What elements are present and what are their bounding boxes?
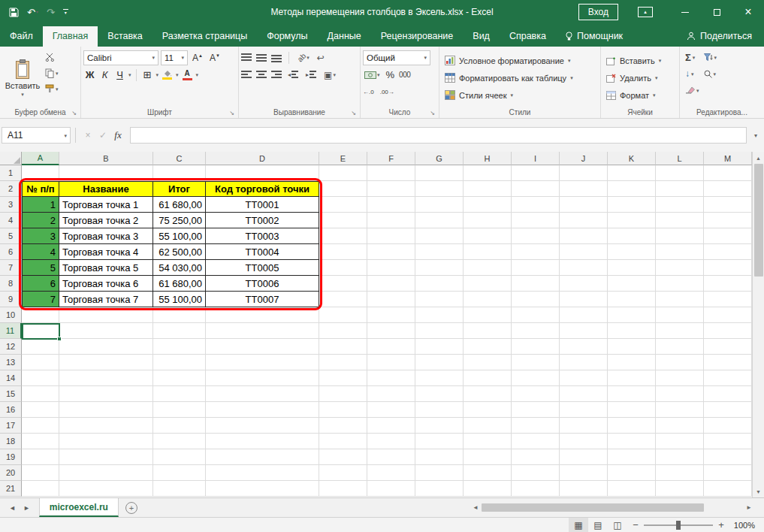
cell-M8[interactable] [704,276,752,292]
clipboard-dialog-launcher-icon[interactable]: ↘ [71,110,77,116]
cell-J11[interactable] [560,323,608,339]
cell-E11[interactable] [319,323,367,339]
cell-E18[interactable] [319,434,367,449]
cell-K14[interactable] [608,370,656,386]
tab-view[interactable]: Вид [463,26,500,47]
cell-J10[interactable] [560,307,608,323]
orientation-button[interactable]: ab▾ [296,53,311,62]
cell-D5[interactable]: ТТ0003 [206,228,319,244]
format-cells-button[interactable]: Формат▾ [603,87,677,103]
cell-M6[interactable] [704,244,752,260]
number-dialog-launcher-icon[interactable]: ↘ [430,110,435,116]
cell-L21[interactable] [656,481,704,497]
tab-help[interactable]: Справка [500,26,556,47]
column-header-A[interactable]: A [22,152,59,165]
cell-D6[interactable]: ТТ0004 [206,244,319,260]
cell-F3[interactable] [367,197,415,213]
cell-C7[interactable]: 54 030,00 [153,260,206,276]
cell-J8[interactable] [560,276,608,292]
cell-G1[interactable] [415,165,464,181]
cell-J21[interactable] [560,481,608,497]
paste-button[interactable]: Вставить ▾ [2,49,43,107]
cell-G11[interactable] [415,323,464,339]
row-header-11[interactable]: 11 [0,323,22,339]
normal-view-icon[interactable]: ▦ [569,518,588,532]
cell-J2[interactable] [560,181,608,197]
cell-H11[interactable] [464,323,512,339]
cell-J4[interactable] [560,213,608,228]
cell-K9[interactable] [608,292,656,307]
cell-B14[interactable] [59,370,153,386]
cell-M3[interactable] [704,197,752,213]
cell-D2[interactable]: Код торговой точки [206,181,319,197]
cell-J15[interactable] [560,386,608,402]
cell-E3[interactable] [319,197,367,213]
conditional-formatting-button[interactable]: Условное форматирование▾ [442,53,598,68]
cell-F12[interactable] [367,339,415,355]
cell-F19[interactable] [367,449,415,465]
formula-input[interactable] [130,127,747,144]
cell-L19[interactable] [656,449,704,465]
cell-L10[interactable] [656,307,704,323]
cell-F1[interactable] [367,165,415,181]
cell-B3[interactable]: Торговая точка 1 [59,197,153,213]
cell-D12[interactable] [206,339,319,355]
decrease-decimal-icon[interactable]: .00→ [380,89,394,95]
cell-F9[interactable] [367,292,415,307]
column-header-E[interactable]: E [319,152,367,165]
copy-button[interactable]: ▾ [43,66,61,80]
horizontal-scrollbar-thumb[interactable] [482,503,704,512]
name-box[interactable]: A11▾ [2,127,71,144]
zoom-level[interactable]: 100% [729,521,764,530]
cell-L2[interactable] [656,181,704,197]
cell-E8[interactable] [319,276,367,292]
cell-I17[interactable] [512,418,560,434]
bold-button[interactable]: Ж [83,69,96,80]
cell-M4[interactable] [704,213,752,228]
cell-M13[interactable] [704,355,752,370]
cell-M19[interactable] [704,449,752,465]
align-bottom-icon[interactable] [271,53,282,62]
cell-G2[interactable] [415,181,464,197]
cell-L17[interactable] [656,418,704,434]
row-header-4[interactable]: 4 [0,213,22,228]
column-header-L[interactable]: L [656,152,704,165]
cell-C11[interactable] [153,323,206,339]
cell-J3[interactable] [560,197,608,213]
row-header-14[interactable]: 14 [0,370,22,386]
cell-I3[interactable] [512,197,560,213]
cell-I10[interactable] [512,307,560,323]
cell-G12[interactable] [415,339,464,355]
cell-I18[interactable] [512,434,560,449]
tab-review[interactable]: Рецензирование [371,26,464,47]
scroll-left-icon[interactable]: ◄ [470,504,482,511]
cell-G7[interactable] [415,260,464,276]
cell-E20[interactable] [319,465,367,481]
cell-C19[interactable] [153,449,206,465]
prev-sheet-icon[interactable]: ◄ [9,504,16,512]
cell-I1[interactable] [512,165,560,181]
cell-J18[interactable] [560,434,608,449]
cell-B20[interactable] [59,465,153,481]
cell-H17[interactable] [464,418,512,434]
cell-G19[interactable] [415,449,464,465]
increase-decimal-icon[interactable]: ←.0 [363,89,374,95]
tab-formulas[interactable]: Формулы [257,26,317,47]
cell-L13[interactable] [656,355,704,370]
cell-L8[interactable] [656,276,704,292]
row-header-18[interactable]: 18 [0,434,22,449]
cell-B7[interactable]: Торговая точка 5 [59,260,153,276]
sign-in-button[interactable]: Вход [578,4,618,20]
cell-H10[interactable] [464,307,512,323]
cell-I16[interactable] [512,402,560,418]
cell-G8[interactable] [415,276,464,292]
cell-G16[interactable] [415,402,464,418]
cell-E13[interactable] [319,355,367,370]
cell-A9[interactable]: 7 [22,292,59,307]
scroll-down-icon[interactable]: ▼ [753,485,764,497]
scroll-up-icon[interactable]: ▲ [753,152,764,164]
page-layout-view-icon[interactable]: ▤ [588,518,608,532]
expand-formula-bar-icon[interactable]: ▾ [749,132,762,139]
cell-E6[interactable] [319,244,367,260]
align-right-icon[interactable] [271,71,282,80]
